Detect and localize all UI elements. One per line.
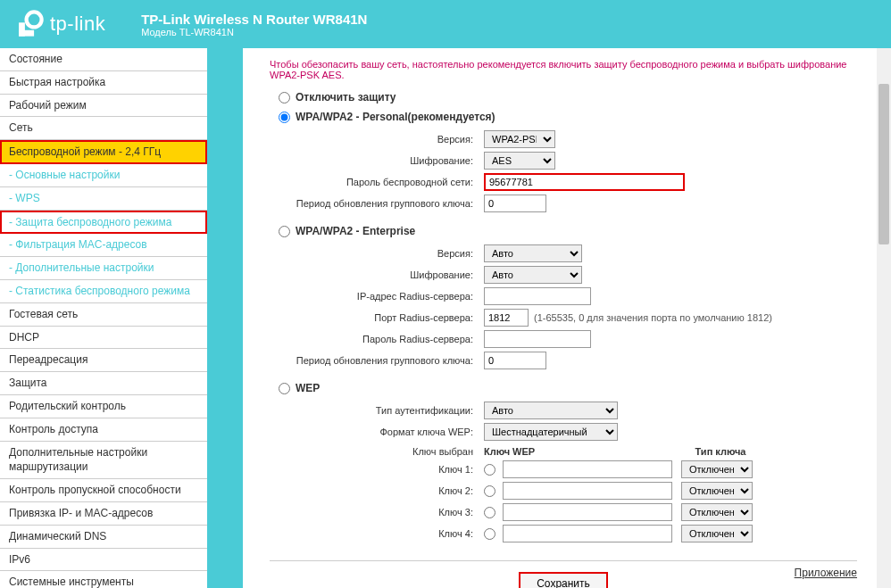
input-wep-key1[interactable]: [503, 460, 672, 478]
radio-disable-security[interactable]: [279, 92, 290, 104]
radio-key2[interactable]: [484, 485, 495, 497]
sidebar-item-22[interactable]: Системные инструменты: [0, 571, 207, 588]
sidebar-item-4[interactable]: Беспроводной режим - 2,4 ГГц: [0, 140, 207, 164]
label-ent-group-key: Период обновления группового ключа:: [270, 355, 484, 366]
app-link[interactable]: Приложение: [795, 567, 857, 579]
save-button[interactable]: Сохранить: [519, 572, 608, 588]
tp-link-icon: [14, 9, 45, 39]
brand-logo: tp-link: [14, 9, 105, 39]
sidebar-item-9[interactable]: - Дополнительные настройки: [0, 257, 207, 280]
radio-wpa-personal[interactable]: [279, 112, 290, 123]
label-key3: Ключ 3:: [270, 507, 484, 518]
label-disable-security: Отключить защиту: [296, 91, 396, 104]
label-ent-encryption: Шифрование:: [270, 269, 484, 280]
label-wep-format: Формат ключа WEP:: [270, 427, 484, 437]
label-wep: WEP: [296, 382, 320, 394]
sidebar-item-17[interactable]: Дополнительные настройки маршрутизации: [0, 442, 207, 480]
radio-key1[interactable]: [484, 464, 495, 476]
select-key3-type[interactable]: Отключено: [681, 503, 753, 521]
sidebar-item-12[interactable]: DHCP: [0, 327, 207, 350]
label-wifi-password: Пароль беспроводной сети:: [270, 177, 484, 187]
sidebar-item-15[interactable]: Родительский контроль: [0, 395, 207, 418]
sidebar-item-14[interactable]: Защита: [0, 372, 207, 395]
content-panel: Чтобы обезопасить вашу сеть, настоятельн…: [243, 48, 884, 588]
label-radius-password: Пароль Radius-сервера:: [270, 334, 484, 344]
brand-text: tp-link: [50, 12, 105, 36]
sidebar-item-18[interactable]: Контроль пропускной способности: [0, 479, 207, 502]
sidebar-item-13[interactable]: Переадресация: [0, 349, 207, 372]
radio-wpa-enterprise[interactable]: [279, 226, 290, 237]
label-radius-ip: IP-адрес Radius-сервера:: [270, 291, 484, 302]
svg-rect-2: [19, 30, 34, 37]
input-wep-key2[interactable]: [503, 482, 672, 500]
label-wpa-personal: WPA/WPA2 - Personal(рекомендуется): [296, 111, 495, 123]
sidebar-item-5[interactable]: - Основные настройки: [0, 164, 207, 187]
header-wep-key: Ключ WEP: [484, 446, 662, 457]
page-subtitle: Модель TL-WR841N: [141, 27, 367, 37]
sidebar-item-2[interactable]: Рабочий режим: [0, 95, 207, 118]
input-wifi-password[interactable]: [484, 173, 685, 191]
select-wep-format[interactable]: Шестнадцатеричный: [484, 423, 618, 441]
radio-key4[interactable]: [484, 528, 495, 540]
sidebar-item-0[interactable]: Состояние: [0, 48, 207, 71]
label-key-selected: Ключ выбран: [270, 446, 484, 457]
sidebar-item-11[interactable]: Гостевая сеть: [0, 303, 207, 327]
sidebar-item-6[interactable]: - WPS: [0, 187, 207, 211]
label-encryption: Шифрование:: [270, 155, 484, 166]
input-radius-password[interactable]: [484, 330, 591, 348]
separator: [270, 560, 857, 561]
radio-key3[interactable]: [484, 507, 495, 518]
input-enterprise-group-key[interactable]: [484, 352, 546, 369]
sidebar-item-7[interactable]: - Защита беспроводного режима: [0, 211, 207, 235]
label-group-key-period: Период обновления группового ключа:: [270, 198, 484, 209]
sidebar-item-1[interactable]: Быстрая настройка: [0, 71, 207, 95]
input-radius-port[interactable]: [484, 309, 529, 327]
sidebar-item-21[interactable]: IPv6: [0, 549, 207, 572]
header-key-type: Тип ключа: [671, 446, 770, 457]
label-ent-version: Версия:: [270, 248, 484, 259]
label-wpa-enterprise: WPA/WPA2 - Enterprise: [296, 225, 415, 237]
select-key2-type[interactable]: Отключено: [681, 482, 753, 500]
svg-point-0: [27, 12, 42, 27]
sidebar: СостояниеБыстрая настройкаРабочий режимС…: [0, 48, 207, 588]
sidebar-item-8[interactable]: - Фильтрация MAC-адресов: [0, 234, 207, 257]
security-warning: Чтобы обезопасить вашу сеть, настоятельн…: [270, 59, 857, 80]
select-wep-auth[interactable]: Авто: [484, 402, 618, 419]
sidebar-item-10[interactable]: - Статистика беспроводного режима: [0, 280, 207, 303]
select-enterprise-encryption[interactable]: Авто: [484, 266, 582, 284]
select-key4-type[interactable]: Отключено: [681, 525, 753, 542]
input-radius-ip[interactable]: [484, 287, 591, 305]
select-enterprise-version[interactable]: Авто: [484, 244, 582, 262]
sidebar-item-3[interactable]: Сеть: [0, 117, 207, 140]
label-radius-port: Порт Radius-сервера:: [270, 312, 484, 323]
header: tp-link TP-Link Wireless N Router WR841N…: [0, 0, 891, 48]
scrollbar-thumb[interactable]: [879, 84, 889, 244]
select-personal-version[interactable]: WPA2-PSK: [484, 130, 555, 148]
page-title: TP-Link Wireless N Router WR841N: [141, 12, 367, 27]
select-personal-encryption[interactable]: AES: [484, 152, 555, 170]
scrollbar[interactable]: [877, 48, 891, 588]
sidebar-item-19[interactable]: Привязка IP- и MAC-адресов: [0, 502, 207, 526]
sidebar-item-16[interactable]: Контроль доступа: [0, 418, 207, 442]
input-wep-key3[interactable]: [503, 503, 672, 521]
label-key2: Ключ 2:: [270, 485, 484, 496]
input-wep-key4[interactable]: [503, 525, 672, 542]
label-key4: Ключ 4:: [270, 528, 484, 539]
hint-radius-port: (1-65535, 0 для значения порта по умолча…: [534, 312, 772, 323]
select-key1-type[interactable]: Отключено: [681, 460, 753, 478]
label-version: Версия:: [270, 134, 484, 145]
header-titles: TP-Link Wireless N Router WR841N Модель …: [141, 12, 367, 37]
label-auth-type: Тип аутентификации:: [270, 405, 484, 416]
label-key1: Ключ 1:: [270, 464, 484, 475]
input-personal-group-key[interactable]: [484, 195, 546, 212]
sidebar-item-20[interactable]: Динамический DNS: [0, 526, 207, 549]
radio-wep[interactable]: [279, 383, 290, 394]
